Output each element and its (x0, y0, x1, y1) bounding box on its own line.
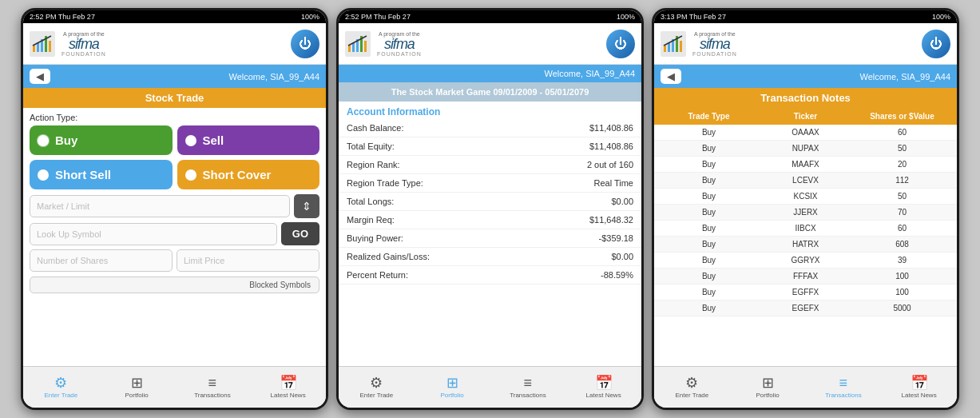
svg-rect-1 (33, 46, 35, 52)
grid-icon-2: ⊞ (446, 376, 458, 390)
go-button[interactable]: GO (281, 222, 319, 245)
trans-ticker-11: EGEFX (757, 304, 854, 313)
trans-row-11: Buy EGEFX 5000 (654, 301, 957, 316)
account-row-5: Margin Req:$11,648.32 (339, 211, 641, 229)
gear-icon-1: ⚙ (54, 376, 67, 390)
account-value-6: -$359.18 (599, 233, 633, 243)
svg-rect-8 (348, 46, 351, 52)
account-label-1: Total Equity: (347, 141, 395, 151)
calendar-icon-3: 📅 (911, 376, 928, 390)
lookup-input[interactable]: Look Up Symbol (30, 223, 277, 245)
col-value: Shares or $Value (854, 112, 950, 121)
trans-row-4: Buy KCSIX 50 (654, 189, 957, 205)
shares-input[interactable]: Number of Shares (30, 249, 173, 272)
tab-enter-trade-1[interactable]: ⚙ Enter Trade (23, 367, 99, 408)
tab-portfolio-2[interactable]: ⊞ Portfolio (415, 367, 490, 408)
short-cover-button[interactable]: Short Cover (177, 160, 320, 189)
short-sell-button[interactable]: Short Sell (30, 160, 173, 189)
trade-content: Action Type: Buy Sell Short Sell (23, 108, 326, 366)
section-header-trade: Stock Trade (23, 88, 326, 108)
account-value-0: $11,408.86 (589, 123, 633, 133)
svg-rect-19 (680, 41, 682, 52)
trans-row-6: Buy IIBCX 60 (654, 221, 957, 237)
tab-enter-trade-3[interactable]: ⚙ Enter Trade (654, 367, 730, 408)
buy-button[interactable]: Buy (30, 125, 173, 155)
device-1: 2:52 PM Thu Feb 27 100% A (21, 8, 328, 410)
account-info-title: Account Information (339, 102, 641, 119)
trans-ticker-8: GGRYX (757, 256, 854, 265)
account-value-4: $0.00 (611, 197, 633, 206)
account-row-7: Realized Gains/Loss:$0.00 (339, 248, 641, 266)
trans-value-8: 39 (854, 256, 950, 265)
trans-value-5: 70 (854, 208, 950, 217)
trans-row-3: Buy LCEVX 112 (654, 173, 957, 189)
tab-enter-trade-2[interactable]: ⚙ Enter Trade (339, 367, 415, 408)
stepper-button[interactable]: ⇕ (294, 194, 319, 218)
action-type-label: Action Type: (23, 108, 326, 125)
status-bar-3: 3:13 PM Thu Feb 27 100% (654, 10, 957, 23)
nav-bar-3: ◀ Welcome, SIA_99_A44 (654, 65, 957, 88)
trans-row-9: Buy FFFAX 100 (654, 269, 957, 285)
account-row-1: Total Equity:$11,408.86 (339, 137, 641, 156)
status-time-2: 2:52 PM Thu Feb 27 (345, 13, 411, 21)
tab-bar-1: ⚙ Enter Trade ⊞ Portfolio ≡ Transactions… (23, 366, 326, 408)
trans-value-4: 50 (854, 192, 950, 201)
blocked-symbols-area: Blocked Symbols (23, 272, 326, 298)
tab-news-2[interactable]: 📅 Latest News (565, 367, 641, 408)
trans-content: Buy OAAAX 60 Buy NUPAX 50 Buy MAAFX 20 B… (654, 125, 957, 366)
account-label-4: Total Longs: (347, 197, 394, 206)
sifma-logo-1: sifma (69, 37, 99, 51)
nav-bar-1: ◀ Welcome, SIA_99_A44 (23, 65, 326, 88)
trans-type-3: Buy (661, 176, 757, 185)
svg-rect-15 (664, 46, 666, 52)
back-button-1[interactable]: ◀ (30, 69, 50, 84)
power-button-3[interactable]: ⏻ (922, 30, 950, 58)
tab-transactions-2[interactable]: ≡ Transactions (490, 367, 566, 408)
limit-price-input[interactable]: Limit Price (177, 249, 319, 272)
trans-type-11: Buy (661, 304, 757, 313)
foundation-2: FOUNDATION (377, 51, 422, 57)
account-label-7: Realized Gains/Loss: (347, 252, 430, 261)
account-content: The Stock Market Game 09/01/2009 - 05/01… (339, 82, 641, 366)
short-sell-radio (38, 169, 49, 181)
tab-portfolio-1[interactable]: ⊞ Portfolio (99, 367, 175, 408)
account-label-8: Percent Return: (347, 270, 408, 280)
col-ticker: Ticker (757, 112, 854, 121)
smg-logo-icon-2 (345, 31, 371, 57)
account-value-2: 2 out of 160 (587, 160, 633, 169)
tab-transactions-3[interactable]: ≡ Transactions (806, 367, 882, 408)
tab-news-3[interactable]: 📅 Latest News (881, 367, 957, 408)
back-button-3[interactable]: ◀ (661, 69, 681, 84)
trans-ticker-5: JJERX (757, 208, 854, 217)
account-value-3: Real Time (593, 178, 633, 188)
trans-row-0: Buy OAAAX 60 (654, 125, 957, 141)
trans-row-1: Buy NUPAX 50 (654, 141, 957, 157)
tab-transactions-1[interactable]: ≡ Transactions (175, 367, 251, 408)
tab-news-1[interactable]: 📅 Latest News (250, 367, 326, 408)
trans-row-5: Buy JJERX 70 (654, 205, 957, 221)
account-row-8: Percent Return:-88.59% (339, 266, 641, 285)
trans-type-8: Buy (661, 256, 757, 265)
power-button-1[interactable]: ⏻ (291, 30, 319, 58)
power-button-2[interactable]: ⏻ (606, 30, 635, 58)
account-row-2: Region Rank:2 out of 160 (339, 156, 641, 174)
device-3: 3:13 PM Thu Feb 27 100% A (652, 8, 959, 410)
account-value-8: -88.59% (601, 270, 633, 280)
list-icon-1: ≡ (208, 376, 217, 390)
gear-icon-3: ⚙ (685, 376, 698, 390)
account-row-3: Region Trade Type:Real Time (339, 174, 641, 193)
calendar-icon-1: 📅 (280, 376, 297, 390)
account-row-0: Cash Balance:$11,408.86 (339, 119, 641, 137)
sell-button[interactable]: Sell (177, 125, 320, 155)
tab-portfolio-3[interactable]: ⊞ Portfolio (730, 367, 806, 408)
trans-value-2: 20 (854, 160, 950, 169)
nav-bar-2: Welcome, SIA_99_A44 (339, 65, 641, 82)
trans-row-7: Buy HATRX 608 (654, 237, 957, 253)
status-bar-2: 2:52 PM Thu Feb 27 100% (339, 10, 641, 23)
trans-type-4: Buy (661, 192, 757, 201)
account-value-5: $11,648.32 (589, 215, 633, 225)
trans-ticker-4: KCSIX (757, 192, 854, 201)
blocked-symbols-button[interactable]: Blocked Symbols (30, 277, 319, 293)
status-time-3: 3:13 PM Thu Feb 27 (661, 13, 726, 21)
market-limit-input[interactable]: Market / Limit (30, 195, 290, 217)
